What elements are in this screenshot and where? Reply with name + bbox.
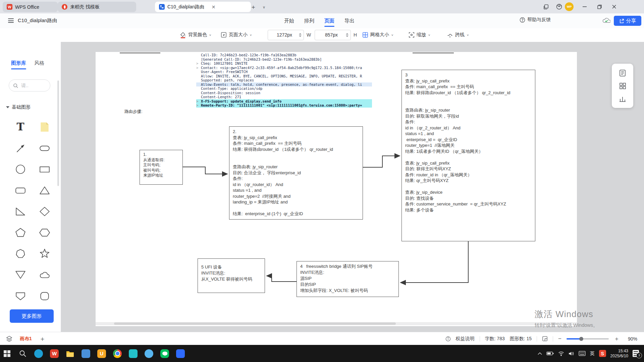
canvas-tab-1[interactable]: 画布1 (20, 336, 32, 342)
shape-text[interactable]: T (11, 116, 30, 137)
ribbon-tab-2[interactable]: 排列 (304, 13, 315, 28)
shape-search-input[interactable] (20, 82, 42, 88)
more-shapes-button[interactable]: 更多图形 (10, 309, 54, 323)
taskbar-icon-wps-office[interactable]: W (50, 349, 59, 358)
components-panel-icon[interactable] (619, 82, 626, 89)
width-spin-arrows[interactable] (299, 33, 302, 37)
restore-button[interactable] (594, 2, 604, 11)
tab-list-chevron-icon[interactable]: ∨ (260, 3, 268, 11)
app-tab-docer[interactable]: 来稻壳 找模板 (58, 2, 136, 12)
shape-inverted-triangle[interactable] (11, 264, 30, 285)
shape-heptagon[interactable] (11, 243, 30, 264)
taskbar-icon-wechat[interactable] (160, 349, 169, 358)
hidden-icons-chevron[interactable] (538, 352, 542, 355)
page-width-group: 1272px W (268, 28, 311, 42)
shape-note[interactable] (35, 116, 54, 137)
app-tab-document[interactable]: C10_dialplan路由 ✕ (155, 2, 251, 12)
taskbar-clock[interactable]: 15:43 2025/6/10 (610, 349, 628, 359)
shape-rounded-rectangle[interactable] (11, 180, 30, 201)
page-fit-icon[interactable] (542, 336, 548, 342)
taskbar-icon-start-menu[interactable] (3, 349, 11, 358)
tab-shape-library[interactable]: 图形库 (11, 60, 26, 69)
workspace: 图形库 风格 基础图形 T 更多图形 Call-ID: 7c246b23-bed… (0, 42, 644, 332)
zoom-out-button[interactable]: − (558, 336, 561, 342)
shape-triangle[interactable] (35, 180, 54, 201)
page-size-button[interactable]: 页面大小∨ (221, 28, 252, 42)
page-size-icon (221, 32, 227, 38)
zoom-slider[interactable] (567, 338, 609, 340)
taskbar-icon-search[interactable] (18, 349, 27, 358)
page-size-label: 页面大小 (229, 32, 248, 38)
page-height-stepper[interactable]: 857px (315, 30, 351, 40)
taskbar-icon-file-explorer[interactable] (66, 349, 74, 358)
taskbar-icon-u-app[interactable]: U (97, 349, 106, 358)
system-tray: 英 S 15:43 2025/6/10 3 (538, 345, 641, 362)
shape-search-box[interactable] (9, 79, 50, 92)
stack-windows-icon[interactable] (541, 2, 551, 11)
notes-panel-icon[interactable] (619, 69, 626, 77)
new-tab-button[interactable]: ＋ (249, 3, 258, 11)
sogou-input-icon[interactable]: S (599, 350, 606, 357)
taskbar-icon-chat-app[interactable] (82, 349, 90, 358)
zoom-slider-knob[interactable] (579, 337, 583, 341)
workspace-cube-icon[interactable] (554, 2, 564, 11)
canvas-page[interactable]: Call-ID: 7c246b23-bed2-123e-f19b-fa163ea… (96, 52, 577, 326)
taskbar-icon-qq[interactable] (145, 349, 153, 358)
help-feedback[interactable]: 帮助与反馈 (520, 17, 551, 23)
zoom-in-button[interactable]: ＋ (614, 335, 620, 343)
app-tab-wps-office[interactable]: W WPS Office (3, 2, 58, 12)
shape-pentagon-down[interactable] (11, 285, 30, 306)
docer-leaf-icon (62, 4, 67, 10)
taskbar-icon-edge-browser[interactable] (34, 349, 43, 358)
shape-circle[interactable] (11, 159, 30, 180)
layers-icon[interactable] (6, 336, 12, 342)
structure-panel-icon[interactable] (619, 95, 626, 103)
shape-cloud[interactable] (35, 264, 54, 285)
ribbon-tab-1[interactable]: 开始 (283, 13, 295, 28)
grid-size-button[interactable]: 网格大小∨ (362, 28, 393, 42)
shape-star[interactable] (35, 243, 54, 264)
user-avatar[interactable]: WP (565, 2, 574, 11)
add-canvas-button[interactable]: ＋ (39, 335, 46, 343)
background-color-button[interactable]: 背景颜色∨ (180, 28, 211, 42)
zoom-button[interactable]: 缩放∨ (409, 28, 430, 42)
taskbar-icon-chrome-browser[interactable] (113, 349, 122, 358)
volume-icon[interactable] (569, 351, 574, 356)
shape-stadium[interactable] (35, 137, 54, 159)
shape-arrow[interactable] (11, 137, 30, 159)
shape-pentagon[interactable] (11, 222, 30, 243)
shape-right-triangle[interactable] (11, 201, 30, 222)
rights-link[interactable]: 权益说明 (456, 336, 475, 342)
tab-style[interactable]: 风格 (34, 60, 44, 69)
line-jump-button[interactable]: 跨线∨ (447, 28, 469, 42)
main-menu-icon[interactable] (8, 18, 14, 23)
taskbar-icon-media-app[interactable] (129, 349, 138, 358)
height-spin-arrows[interactable] (346, 33, 348, 37)
scrollbar-thumb[interactable] (114, 322, 396, 325)
minimize-button[interactable] (580, 2, 590, 11)
cloud-sync-icon[interactable] (602, 17, 610, 24)
background-color-label: 背景颜色 (188, 32, 207, 38)
basic-shapes-section[interactable]: 基础图形 (6, 104, 31, 110)
close-tab-icon[interactable]: ✕ (212, 5, 216, 9)
shape-diamond[interactable] (35, 201, 54, 222)
taskbar-icon-docs-app[interactable] (176, 349, 185, 358)
ime-indicator[interactable]: 英 (590, 351, 595, 357)
shape-rounded-square[interactable] (35, 285, 54, 306)
battery-icon[interactable] (546, 351, 554, 356)
shape-rectangle[interactable] (35, 159, 54, 180)
sidebar-scrollbar[interactable] (57, 80, 59, 186)
touch-keyboard-icon[interactable] (579, 351, 586, 356)
close-button[interactable] (609, 2, 619, 11)
document-title: C10_dialplan路由 (18, 17, 57, 24)
shape-hexagon[interactable] (35, 222, 54, 243)
basic-shapes-label: 基础图形 (12, 104, 31, 110)
notification-center-icon[interactable]: 3 (633, 350, 641, 357)
canvas-horizontal-scrollbar[interactable] (96, 322, 577, 325)
page-width-stepper[interactable]: 1272px (268, 30, 304, 40)
ribbon-tab-4[interactable]: 导出 (344, 13, 355, 28)
windows-taskbar: WU 英 S 15:43 2025/6/10 3 (0, 345, 644, 362)
ribbon-tab-3[interactable]: 页面 (324, 13, 335, 28)
share-button[interactable]: 分享 (614, 16, 641, 26)
wifi-icon[interactable] (558, 351, 564, 356)
